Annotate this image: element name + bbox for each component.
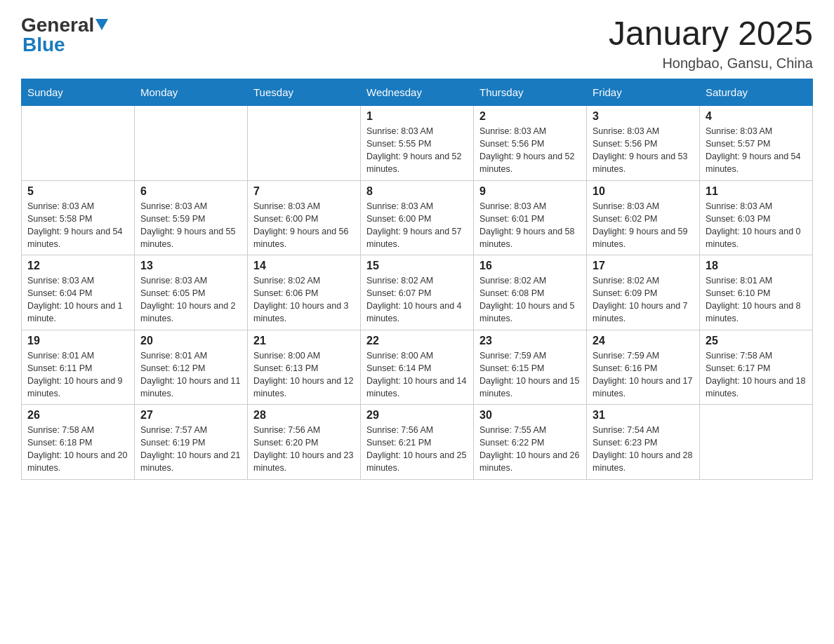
day-number: 15 (366, 260, 468, 272)
calendar-cell: 10Sunrise: 8:03 AM Sunset: 6:02 PM Dayli… (587, 180, 700, 255)
day-number: 5 (27, 185, 128, 198)
calendar-cell (22, 106, 135, 181)
day-info: Sunrise: 8:03 AM Sunset: 6:03 PM Dayligh… (706, 200, 807, 251)
calendar-cell: 25Sunrise: 7:58 AM Sunset: 6:17 PM Dayli… (700, 330, 813, 405)
day-number: 28 (253, 409, 355, 422)
calendar-cell (135, 106, 248, 181)
day-info: Sunrise: 7:55 AM Sunset: 6:22 PM Dayligh… (479, 424, 581, 475)
calendar-cell: 12Sunrise: 8:03 AM Sunset: 6:04 PM Dayli… (22, 255, 135, 330)
day-number: 1 (366, 110, 468, 123)
calendar-header-row: SundayMondayTuesdayWednesdayThursdayFrid… (22, 79, 813, 106)
day-info: Sunrise: 8:01 AM Sunset: 6:10 PM Dayligh… (706, 274, 807, 326)
calendar-day-header: Friday (587, 79, 700, 106)
day-info: Sunrise: 7:57 AM Sunset: 6:19 PM Dayligh… (140, 424, 241, 475)
title-section: January 2025 Hongbao, Gansu, China (609, 14, 813, 72)
day-number: 4 (706, 110, 807, 123)
day-number: 13 (140, 260, 241, 272)
day-info: Sunrise: 8:00 AM Sunset: 6:14 PM Dayligh… (366, 349, 468, 401)
calendar-cell (248, 106, 361, 181)
calendar-cell: 13Sunrise: 8:03 AM Sunset: 6:05 PM Dayli… (135, 255, 248, 330)
day-info: Sunrise: 7:59 AM Sunset: 6:16 PM Dayligh… (593, 349, 694, 401)
day-number: 26 (27, 409, 128, 422)
logo: General Blue (21, 14, 108, 56)
day-number: 11 (706, 185, 807, 198)
day-info: Sunrise: 7:54 AM Sunset: 6:23 PM Dayligh… (593, 424, 694, 475)
day-number: 14 (253, 260, 355, 272)
calendar-cell: 6Sunrise: 8:03 AM Sunset: 5:59 PM Daylig… (135, 180, 248, 255)
calendar-week-row: 5Sunrise: 8:03 AM Sunset: 5:58 PM Daylig… (22, 180, 813, 255)
day-number: 19 (27, 335, 128, 347)
day-info: Sunrise: 8:03 AM Sunset: 5:55 PM Dayligh… (366, 125, 468, 176)
day-number: 21 (253, 335, 355, 347)
logo-blue-text: Blue (22, 34, 65, 56)
calendar-week-row: 26Sunrise: 7:58 AM Sunset: 6:18 PM Dayli… (22, 405, 813, 480)
calendar-cell: 14Sunrise: 8:02 AM Sunset: 6:06 PM Dayli… (248, 255, 361, 330)
calendar-cell: 29Sunrise: 7:56 AM Sunset: 6:21 PM Dayli… (361, 405, 474, 480)
calendar-cell: 23Sunrise: 7:59 AM Sunset: 6:15 PM Dayli… (474, 330, 587, 405)
day-number: 30 (479, 409, 581, 422)
calendar-day-header: Thursday (474, 79, 587, 106)
calendar-title: January 2025 (609, 14, 813, 53)
day-info: Sunrise: 8:03 AM Sunset: 5:56 PM Dayligh… (593, 125, 694, 176)
day-number: 7 (253, 185, 355, 198)
calendar-day-header: Saturday (700, 79, 813, 106)
day-info: Sunrise: 8:00 AM Sunset: 6:13 PM Dayligh… (253, 349, 355, 401)
calendar-cell: 11Sunrise: 8:03 AM Sunset: 6:03 PM Dayli… (700, 180, 813, 255)
day-info: Sunrise: 8:03 AM Sunset: 5:56 PM Dayligh… (479, 125, 581, 176)
day-info: Sunrise: 8:02 AM Sunset: 6:07 PM Dayligh… (366, 274, 468, 326)
day-number: 16 (479, 260, 581, 272)
day-number: 3 (593, 110, 694, 123)
day-number: 24 (593, 335, 694, 347)
day-info: Sunrise: 8:03 AM Sunset: 5:58 PM Dayligh… (27, 200, 128, 251)
svg-marker-0 (95, 19, 108, 30)
day-number: 27 (140, 409, 241, 422)
calendar-cell: 5Sunrise: 8:03 AM Sunset: 5:58 PM Daylig… (22, 180, 135, 255)
calendar-cell: 4Sunrise: 8:03 AM Sunset: 5:57 PM Daylig… (700, 106, 813, 181)
day-number: 10 (593, 185, 694, 198)
calendar-day-header: Wednesday (361, 79, 474, 106)
calendar-cell: 9Sunrise: 8:03 AM Sunset: 6:01 PM Daylig… (474, 180, 587, 255)
calendar-week-row: 1Sunrise: 8:03 AM Sunset: 5:55 PM Daylig… (22, 106, 813, 181)
calendar-week-row: 19Sunrise: 8:01 AM Sunset: 6:11 PM Dayli… (22, 330, 813, 405)
day-number: 9 (479, 185, 581, 198)
day-info: Sunrise: 8:03 AM Sunset: 6:00 PM Dayligh… (366, 200, 468, 251)
calendar-cell: 15Sunrise: 8:02 AM Sunset: 6:07 PM Dayli… (361, 255, 474, 330)
calendar-day-header: Sunday (22, 79, 135, 106)
calendar-cell: 2Sunrise: 8:03 AM Sunset: 5:56 PM Daylig… (474, 106, 587, 181)
day-info: Sunrise: 7:58 AM Sunset: 6:18 PM Dayligh… (27, 424, 128, 475)
page-header: General Blue January 2025 Hongbao, Gansu… (21, 14, 813, 72)
day-number: 6 (140, 185, 241, 198)
calendar-cell: 8Sunrise: 8:03 AM Sunset: 6:00 PM Daylig… (361, 180, 474, 255)
day-info: Sunrise: 8:02 AM Sunset: 6:08 PM Dayligh… (479, 274, 581, 326)
day-info: Sunrise: 8:02 AM Sunset: 6:09 PM Dayligh… (593, 274, 694, 326)
day-number: 17 (593, 260, 694, 272)
day-info: Sunrise: 8:01 AM Sunset: 6:11 PM Dayligh… (27, 349, 128, 401)
calendar-cell: 19Sunrise: 8:01 AM Sunset: 6:11 PM Dayli… (22, 330, 135, 405)
day-info: Sunrise: 8:03 AM Sunset: 5:59 PM Dayligh… (140, 200, 241, 251)
calendar-subtitle: Hongbao, Gansu, China (609, 55, 813, 72)
calendar-cell: 27Sunrise: 7:57 AM Sunset: 6:19 PM Dayli… (135, 405, 248, 480)
day-number: 8 (366, 185, 468, 198)
calendar-day-header: Monday (135, 79, 248, 106)
calendar-cell: 28Sunrise: 7:56 AM Sunset: 6:20 PM Dayli… (248, 405, 361, 480)
day-number: 29 (366, 409, 468, 422)
calendar-week-row: 12Sunrise: 8:03 AM Sunset: 6:04 PM Dayli… (22, 255, 813, 330)
day-number: 25 (706, 335, 807, 347)
calendar-cell: 18Sunrise: 8:01 AM Sunset: 6:10 PM Dayli… (700, 255, 813, 330)
calendar-cell: 31Sunrise: 7:54 AM Sunset: 6:23 PM Dayli… (587, 405, 700, 480)
calendar-cell: 26Sunrise: 7:58 AM Sunset: 6:18 PM Dayli… (22, 405, 135, 480)
day-info: Sunrise: 8:03 AM Sunset: 6:04 PM Dayligh… (27, 274, 128, 326)
day-info: Sunrise: 7:56 AM Sunset: 6:20 PM Dayligh… (253, 424, 355, 475)
day-number: 23 (479, 335, 581, 347)
calendar-cell: 20Sunrise: 8:01 AM Sunset: 6:12 PM Dayli… (135, 330, 248, 405)
calendar-cell (700, 405, 813, 480)
calendar-cell: 21Sunrise: 8:00 AM Sunset: 6:13 PM Dayli… (248, 330, 361, 405)
calendar-cell: 1Sunrise: 8:03 AM Sunset: 5:55 PM Daylig… (361, 106, 474, 181)
calendar-cell: 24Sunrise: 7:59 AM Sunset: 6:16 PM Dayli… (587, 330, 700, 405)
calendar-cell: 7Sunrise: 8:03 AM Sunset: 6:00 PM Daylig… (248, 180, 361, 255)
day-info: Sunrise: 8:03 AM Sunset: 6:02 PM Dayligh… (593, 200, 694, 251)
calendar-table: SundayMondayTuesdayWednesdayThursdayFrid… (21, 79, 813, 480)
day-info: Sunrise: 8:03 AM Sunset: 5:57 PM Dayligh… (706, 125, 807, 176)
day-number: 18 (706, 260, 807, 272)
day-number: 20 (140, 335, 241, 347)
